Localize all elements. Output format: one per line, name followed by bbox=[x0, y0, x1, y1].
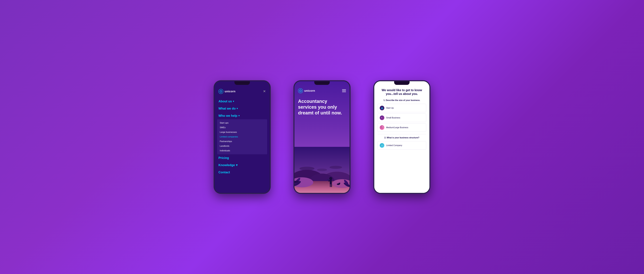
nav-knowledge[interactable]: Knowledge ▾ bbox=[218, 161, 266, 169]
hero-heading: Accountancy services you only dreamt of … bbox=[298, 98, 346, 116]
svg-rect-26 bbox=[330, 184, 331, 187]
nav-pricing[interactable]: Pricing bbox=[218, 154, 266, 161]
chevron-down-icon: ▾ bbox=[233, 100, 234, 103]
nav-sub-individuals[interactable]: Individuals bbox=[220, 148, 266, 153]
chevron-down-icon: ▾ bbox=[236, 107, 238, 110]
svg-point-7 bbox=[300, 90, 301, 91]
limited-company-icon bbox=[380, 143, 384, 148]
nav-sub-limited-companies[interactable]: Limited companies bbox=[220, 135, 266, 139]
svg-rect-31 bbox=[297, 180, 297, 184]
startup-icon bbox=[380, 106, 384, 110]
phone-2-hero-section: Accountancy services you only dreamt of … bbox=[294, 96, 350, 147]
svg-point-23 bbox=[329, 177, 332, 180]
svg-point-14 bbox=[330, 166, 342, 169]
small-business-icon bbox=[380, 116, 384, 120]
phone-2-hero: unicorn Accountancy services you only dr… bbox=[294, 81, 350, 194]
svg-rect-34 bbox=[347, 182, 347, 185]
phone-1-logo-text: unicorn bbox=[225, 90, 236, 93]
chevron-down-icon: ▾ bbox=[236, 163, 238, 167]
svg-point-41 bbox=[382, 109, 382, 109]
phones-container: unicorn ✕ About us ▾ What we do ▾ Who we… bbox=[214, 81, 430, 194]
form-question-1: 1. Describe the size of your business. bbox=[378, 99, 426, 102]
svg-rect-48 bbox=[382, 145, 382, 146]
medium-large-icon bbox=[380, 125, 384, 130]
nav-contact[interactable]: Contact bbox=[218, 169, 266, 176]
form-section-divider bbox=[378, 134, 426, 134]
small-business-label: Small Business bbox=[386, 117, 400, 119]
nav-sub-startups[interactable]: Start ups bbox=[220, 121, 266, 125]
hero-illustration bbox=[294, 147, 350, 193]
svg-point-15 bbox=[317, 168, 327, 171]
svg-rect-25 bbox=[327, 179, 329, 180]
phone-1-nav: About us ▾ What we do ▾ Who we help ▾ St… bbox=[214, 96, 270, 189]
form-title: We would like to get to know you...tell … bbox=[378, 88, 426, 96]
phone-2-logo-text: unicorn bbox=[304, 89, 315, 92]
svg-rect-49 bbox=[382, 146, 382, 146]
nav-what-we-do[interactable]: What we do ▾ bbox=[218, 105, 266, 112]
nav-sub-landlords[interactable]: Landlords bbox=[220, 144, 266, 148]
form-option-startup[interactable]: Start Up bbox=[378, 104, 426, 112]
phone-1-navigation: unicorn ✕ About us ▾ What we do ▾ Who we… bbox=[214, 81, 270, 194]
chevron-down-icon: ▾ bbox=[238, 114, 240, 117]
form-option-limited-company[interactable]: Limited Company bbox=[378, 141, 426, 150]
phone-3-inner: We would like to get to know you...tell … bbox=[374, 81, 430, 193]
nav-sub-smes[interactable]: SMEs bbox=[220, 125, 266, 130]
logo-area-2: unicorn bbox=[298, 88, 315, 93]
svg-rect-27 bbox=[331, 184, 332, 187]
form-option-small-business[interactable]: Small Business bbox=[378, 114, 426, 122]
logo-icon bbox=[218, 89, 223, 94]
svg-point-43 bbox=[381, 117, 382, 118]
who-we-help-submenu: Start ups SMEs Large businesses Limited … bbox=[217, 119, 267, 154]
nav-sub-large-businesses[interactable]: Large businesses bbox=[220, 130, 266, 135]
svg-point-45 bbox=[382, 127, 383, 128]
limited-company-label: Limited Company bbox=[386, 144, 402, 146]
form-question-2: 2. What is your business structure? bbox=[378, 137, 426, 139]
close-button[interactable]: ✕ bbox=[263, 89, 266, 93]
form-option-medium-large[interactable]: Medium/Large Business bbox=[378, 123, 426, 132]
svg-point-1 bbox=[220, 91, 222, 92]
medium-large-label: Medium/Large Business bbox=[386, 126, 408, 129]
svg-rect-47 bbox=[382, 145, 382, 145]
phone-2-header: unicorn bbox=[294, 81, 350, 96]
nav-sub-partnerships[interactable]: Partnerships bbox=[220, 139, 266, 144]
logo-icon-2 bbox=[298, 88, 303, 93]
nav-about-us[interactable]: About us ▾ bbox=[218, 98, 266, 105]
phone-1-header: unicorn ✕ bbox=[214, 88, 270, 96]
phone-3-form: We would like to get to know you...tell … bbox=[374, 81, 430, 194]
nav-who-we-help[interactable]: Who we help ▾ bbox=[218, 112, 266, 119]
logo-area: unicorn bbox=[218, 89, 236, 94]
hamburger-menu-icon[interactable] bbox=[342, 89, 346, 92]
startup-label: Start Up bbox=[386, 107, 394, 109]
